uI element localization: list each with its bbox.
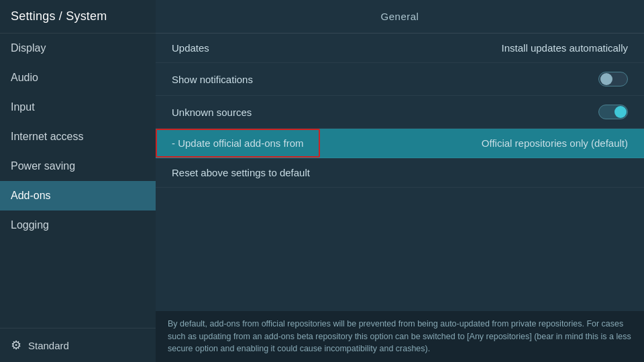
setting-label-reset-settings: Reset above settings to default: [172, 167, 310, 178]
sidebar-item-display[interactable]: Display: [0, 34, 156, 63]
sidebar-item-label: Input: [11, 101, 35, 113]
setting-row-updates[interactable]: Updates Install updates automatically: [156, 34, 644, 63]
toggle-unknown-sources[interactable]: [598, 105, 628, 119]
sidebar-item-label: Display: [11, 42, 46, 54]
toggle-knob-on: [614, 106, 627, 118]
sidebar-item-internet-access[interactable]: Internet access: [0, 122, 156, 152]
sidebar-item-label: Logging: [11, 219, 49, 231]
sidebar: Settings / System Display Audio Input In…: [0, 0, 156, 362]
section-header: General: [156, 0, 644, 34]
sidebar-footer-label: Standard: [28, 340, 69, 351]
toggle-knob: [600, 73, 612, 85]
sidebar-item-logging[interactable]: Logging: [0, 210, 156, 240]
setting-row-update-official-addons[interactable]: - Update official add-ons from Official …: [156, 129, 644, 158]
setting-row-show-notifications[interactable]: Show notifications: [156, 63, 644, 96]
gear-icon: ⚙: [11, 338, 21, 353]
setting-row-unknown-sources[interactable]: Unknown sources: [156, 96, 644, 129]
sidebar-item-audio[interactable]: Audio: [0, 63, 156, 93]
sidebar-item-label: Add-ons: [11, 190, 51, 202]
sidebar-item-label: Audio: [11, 72, 38, 84]
setting-value-update-official-addons: Official repositories only (default): [482, 137, 644, 149]
main-content: General Updates Install updates automati…: [156, 0, 644, 362]
sidebar-footer: ⚙ Standard: [0, 328, 156, 362]
sidebar-item-label: Power saving: [11, 160, 75, 172]
toggle-show-notifications[interactable]: [598, 72, 628, 86]
sidebar-item-add-ons[interactable]: Add-ons: [0, 181, 156, 210]
setting-value-updates: Install updates automatically: [502, 42, 628, 54]
setting-row-reset-settings[interactable]: Reset above settings to default: [156, 158, 644, 188]
settings-list: Updates Install updates automatically Sh…: [156, 34, 644, 311]
sidebar-item-power-saving[interactable]: Power saving: [0, 152, 156, 181]
setting-label-show-notifications: Show notifications: [172, 74, 253, 85]
setting-label-updates: Updates: [172, 42, 209, 54]
sidebar-item-label: Internet access: [11, 131, 84, 143]
setting-label-update-official-addons: - Update official add-ons from: [156, 129, 320, 158]
sidebar-item-input[interactable]: Input: [0, 93, 156, 122]
info-bar: By default, add-ons from official reposi…: [156, 311, 644, 362]
sidebar-title: Settings / System: [0, 0, 156, 34]
setting-label-unknown-sources: Unknown sources: [172, 107, 252, 118]
